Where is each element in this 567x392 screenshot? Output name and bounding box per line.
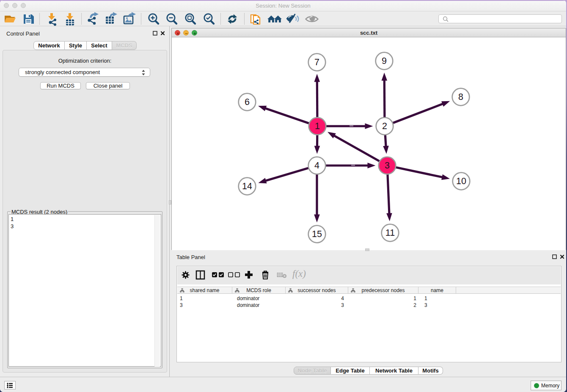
svg-text:6: 6 <box>245 97 250 107</box>
svg-text:9: 9 <box>382 56 387 66</box>
svg-text:11: 11 <box>385 228 395 238</box>
svg-text:14: 14 <box>242 181 252 191</box>
svg-text:10: 10 <box>456 176 466 186</box>
svg-text:8: 8 <box>458 92 463 102</box>
svg-text:1: 1 <box>315 121 320 131</box>
svg-text:4: 4 <box>314 160 319 171</box>
svg-text:2: 2 <box>382 121 387 131</box>
svg-text:7: 7 <box>314 57 319 67</box>
svg-text:3: 3 <box>385 160 390 171</box>
svg-text:15: 15 <box>312 229 322 239</box>
